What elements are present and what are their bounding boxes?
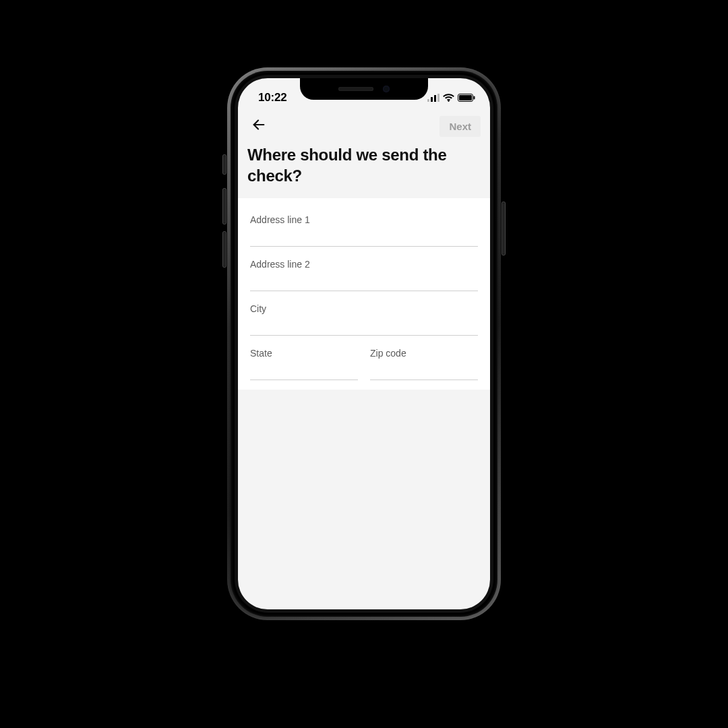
arrow-left-icon (251, 117, 266, 135)
svg-rect-0 (427, 99, 429, 102)
app-root: Next Where should we send the check? Add… (238, 78, 490, 609)
volume-up-button (223, 189, 226, 224)
input-city[interactable] (250, 314, 478, 336)
field-zip: Zip code (370, 340, 478, 384)
input-zip[interactable] (370, 359, 478, 380)
svg-rect-6 (474, 96, 475, 99)
power-button (502, 202, 505, 255)
input-address1[interactable] (250, 225, 478, 247)
svg-rect-2 (434, 95, 436, 102)
label-city: City (250, 303, 478, 314)
label-state: State (250, 348, 358, 359)
volume-down-button (223, 232, 226, 267)
screen: 10:22 (238, 78, 490, 609)
field-address1: Address line 1 (250, 206, 478, 251)
speaker-grill (338, 87, 373, 91)
svg-rect-1 (431, 97, 433, 102)
input-state[interactable] (250, 359, 358, 380)
page-title: Where should we send the check? (247, 144, 481, 186)
svg-rect-5 (459, 95, 472, 100)
front-camera (383, 86, 390, 92)
svg-rect-3 (437, 94, 439, 102)
field-city: City (250, 295, 478, 340)
label-zip: Zip code (370, 348, 478, 359)
wifi-icon (443, 94, 454, 102)
cellular-icon (427, 94, 439, 102)
back-button[interactable] (247, 115, 270, 138)
next-button[interactable]: Next (439, 116, 481, 137)
phone-mockup: 10:22 (227, 67, 501, 620)
status-time: 10:22 (258, 86, 286, 104)
label-address1: Address line 1 (250, 214, 478, 225)
mute-switch (223, 155, 226, 174)
notch (300, 78, 428, 100)
address-form: Address line 1 Address line 2 City (238, 198, 490, 390)
label-address2: Address line 2 (250, 259, 478, 270)
field-state: State (250, 340, 358, 384)
input-address2[interactable] (250, 270, 478, 291)
battery-icon (458, 94, 475, 102)
app-header: Next Where should we send the check? (238, 108, 490, 198)
field-address2: Address line 2 (250, 251, 478, 295)
